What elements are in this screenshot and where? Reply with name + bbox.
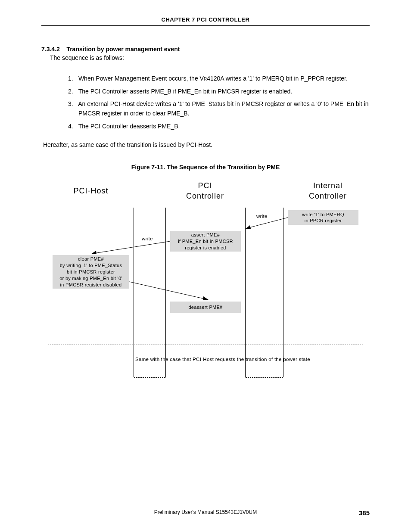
step-text: The PCI Controller deasserts PME_B. bbox=[78, 123, 180, 130]
step-text: An external PCI-Host device writes a '1'… bbox=[78, 100, 368, 117]
list-item: 1. When Power Management Event occurs, t… bbox=[68, 74, 370, 84]
chapter-header: CHAPTER 7 PCI CONTROLLER bbox=[41, 16, 370, 26]
diagram-footnote: Same with the case that PCI-Host request… bbox=[124, 357, 322, 362]
box-deassert-pme: deassert PME# bbox=[170, 302, 241, 313]
arrow-label-write: write bbox=[256, 214, 268, 219]
arrow-icon bbox=[129, 282, 209, 302]
footer-center: Preliminary User's Manual S15543EJ1V0UM bbox=[41, 509, 370, 515]
svg-marker-1 bbox=[246, 225, 251, 229]
list-item: 3. An external PCI-Host device writes a … bbox=[68, 100, 370, 118]
hereafter-text: Hereafter, as same case of the transitio… bbox=[43, 141, 370, 148]
svg-line-2 bbox=[94, 241, 170, 253]
step-num: 2. bbox=[68, 87, 77, 96]
list-item: 4. The PCI Controller deasserts PME_B. bbox=[68, 122, 370, 131]
step-num: 1. bbox=[68, 74, 77, 84]
arrow-label-write: write bbox=[142, 236, 153, 241]
step-text: 4120A writes a '1' to PMERQ bit in P_PPC… bbox=[207, 75, 348, 82]
figure-caption: Figure 7-11. The Sequence of the Transit… bbox=[41, 164, 370, 171]
box-write-pmerq: write '1' to PMERQ in PPCR register bbox=[288, 210, 358, 225]
step-text: When Power Management Event occurs, the … bbox=[78, 75, 204, 82]
step-text: The PCI Controller asserts PME_B if PME_… bbox=[78, 88, 292, 95]
col-header-internal-controller: Internal Controller bbox=[293, 181, 362, 201]
step-list: 1. When Power Management Event occurs, t… bbox=[68, 74, 370, 131]
box-assert-pme: assert PME# if PME_En bit in PMCSR regis… bbox=[170, 231, 241, 252]
sequence-diagram: PCI-Host PCI Controller Internal Control… bbox=[48, 178, 363, 379]
svg-line-4 bbox=[129, 282, 205, 299]
section-number: 7.3.4.2 bbox=[41, 46, 60, 53]
page-footer: Preliminary User's Manual S15543EJ1V0UM … bbox=[41, 509, 370, 516]
section-intro: The sequence is as follows: bbox=[50, 54, 370, 61]
list-item: 2. The PCI Controller asserts PME_B if P… bbox=[68, 87, 370, 96]
dashed-line bbox=[246, 377, 283, 378]
arrow-icon bbox=[91, 241, 170, 256]
box-clear-pme: clear PME# by writing '1' to PME_Status … bbox=[53, 255, 129, 289]
step-num: 3. bbox=[68, 100, 77, 109]
step-num: 4. bbox=[68, 122, 77, 131]
col-header-pci-host: PCI-Host bbox=[61, 186, 121, 196]
section-title: Transition by power management event bbox=[66, 46, 180, 53]
section-heading: 7.3.4.2 Transition by power management e… bbox=[41, 46, 370, 53]
col-header-pci-controller: PCI Controller bbox=[177, 181, 233, 201]
swimlane-internal-controller bbox=[283, 208, 363, 377]
dashed-line bbox=[134, 377, 165, 378]
arrow-icon bbox=[246, 218, 288, 231]
svg-marker-5 bbox=[203, 296, 209, 300]
swimlane-pci-host bbox=[48, 208, 134, 377]
svg-marker-3 bbox=[91, 251, 97, 254]
dashed-separator bbox=[48, 345, 363, 345]
svg-line-0 bbox=[248, 218, 288, 228]
